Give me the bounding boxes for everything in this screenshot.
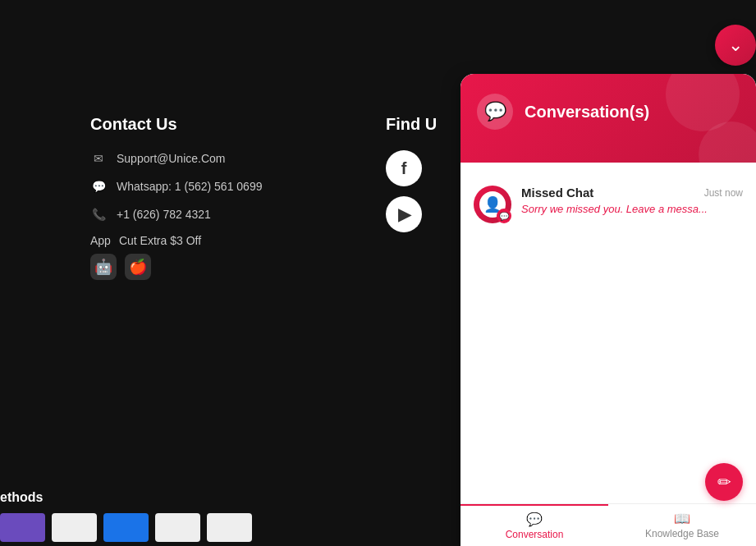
find-us-title: Find U (386, 115, 437, 134)
youtube-social-button[interactable]: ▶ (386, 196, 422, 232)
app-label: App (90, 234, 111, 247)
android-badge[interactable]: 🤖 (90, 254, 117, 280)
contact-whatsapp-item: 💬 Whatsapp: 1 (562) 561 0699 (90, 178, 262, 195)
payment-icons-row (0, 513, 252, 542)
find-section: Find U f ▶ (386, 115, 437, 242)
whatsapp-icon: 💬 (90, 178, 107, 195)
deco-circle-2 (699, 122, 756, 187)
payment-icon-2 (52, 513, 97, 542)
knowledge-base-tab-icon: 📖 (674, 511, 690, 526)
conversation-tab-icon: 💬 (526, 512, 543, 527)
app-badges-row: 🤖 🍎 (90, 254, 262, 280)
tab-conversation[interactable]: 💬 Conversation (460, 504, 608, 546)
chat-body: 👤 💬 Missed Chat Just now Sorry we missed… (460, 163, 756, 503)
chat-header-title: Conversation(s) (525, 103, 649, 122)
chat-widget: 💬 Conversation(s) 👤 💬 Missed Chat Just n… (460, 74, 756, 546)
app-row: App Cut Extra $3 Off (90, 234, 262, 247)
app-promo: Cut Extra $3 Off (119, 234, 201, 247)
missed-chat-preview: Sorry we missed you. Leave a messa... (521, 203, 743, 215)
contact-section: Contact Us ✉ Support@Unice.Com 💬 Whatsap… (90, 115, 262, 280)
payment-icon-3 (103, 513, 149, 542)
contact-whatsapp: Whatsapp: 1 (562) 561 0699 (117, 180, 262, 193)
chat-footer-tabs: 💬 Conversation 📖 Knowledge Base (460, 503, 756, 546)
contact-title: Contact Us (90, 115, 262, 134)
chat-header: 💬 Conversation(s) (460, 74, 756, 163)
contact-phone-item: 📞 +1 (626) 782 4321 (90, 206, 262, 223)
chat-notification-badge: 💬 (497, 209, 511, 223)
apple-badge[interactable]: 🍎 (125, 254, 151, 280)
missed-chat-time: Just now (704, 187, 743, 199)
knowledge-base-tab-label: Knowledge Base (645, 528, 719, 539)
chat-header-icon: 💬 (477, 94, 513, 130)
contact-email: Support@Unice.Com (117, 152, 226, 165)
phone-icon: 📞 (90, 206, 107, 223)
chat-toggle-button[interactable]: ⌄ (715, 25, 756, 66)
chevron-down-icon: ⌄ (728, 34, 743, 56)
contact-email-item: ✉ Support@Unice.Com (90, 150, 262, 167)
contact-phone: +1 (626) 782 4321 (117, 208, 211, 221)
facebook-social-button[interactable]: f (386, 150, 422, 186)
tab-knowledge-base[interactable]: 📖 Knowledge Base (608, 504, 756, 546)
payment-icon-4 (155, 513, 200, 542)
chat-row-header: Missed Chat Just now (521, 186, 743, 200)
chat-avatar: 👤 💬 (474, 186, 511, 223)
missed-chat-item[interactable]: 👤 💬 Missed Chat Just now Sorry we missed… (474, 179, 743, 230)
missed-chat-name: Missed Chat (521, 186, 593, 200)
compose-button[interactable]: ✏ (705, 463, 743, 501)
compose-icon: ✏ (717, 472, 731, 492)
chat-content: Missed Chat Just now Sorry we missed you… (521, 186, 743, 215)
payment-icon-5 (207, 513, 252, 542)
email-icon: ✉ (90, 150, 107, 167)
payment-icon-1 (0, 513, 45, 542)
payment-methods-label: ethods (0, 490, 43, 505)
conversation-tab-label: Conversation (506, 529, 564, 540)
